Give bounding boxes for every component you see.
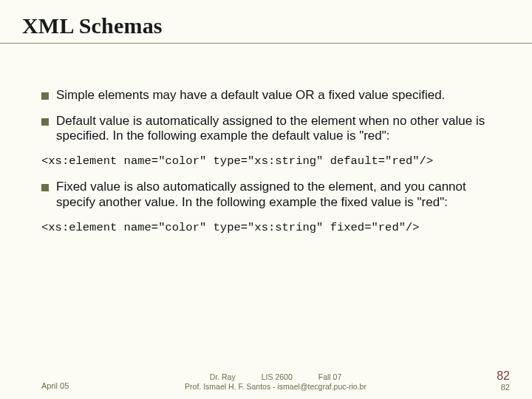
content-area: Simple elements may have a default value… <box>0 44 532 234</box>
footer-date: April 05 <box>41 381 69 390</box>
bullet-item: Simple elements may have a default value… <box>41 88 505 103</box>
footer: April 05 Dr. Ray LIS 2600 Fall 07 Prof. … <box>0 372 532 392</box>
bullet-text: Simple elements may have a default value… <box>56 88 445 103</box>
bullet-item: Fixed value is also automatically assign… <box>41 180 505 210</box>
footer-page: 82 82 <box>497 369 510 392</box>
code-snippet: <xs:element name="color" type="xs:string… <box>41 154 505 168</box>
footer-line2: Prof. Ismael H. F. Santos - ismael@tecgr… <box>41 382 510 392</box>
code-snippet: <xs:element name="color" type="xs:string… <box>41 221 505 234</box>
slide-title: XML Schemas <box>0 13 532 38</box>
page-number-large: 82 <box>497 369 510 383</box>
square-bullet-icon <box>41 92 49 100</box>
bullet-text: Fixed value is also automatically assign… <box>56 180 505 210</box>
slide: XML Schemas Simple elements may have a d… <box>0 0 532 399</box>
page-number-small: 82 <box>497 383 510 392</box>
bullet-item: Default value is automatically assigned … <box>41 114 505 144</box>
footer-credits: Dr. Ray LIS 2600 Fall 07 Prof. Ismael H.… <box>41 372 510 392</box>
footer-line1: Dr. Ray LIS 2600 Fall 07 <box>41 372 510 382</box>
bullet-text: Default value is automatically assigned … <box>56 114 505 144</box>
square-bullet-icon <box>41 184 49 191</box>
square-bullet-icon <box>41 118 49 126</box>
